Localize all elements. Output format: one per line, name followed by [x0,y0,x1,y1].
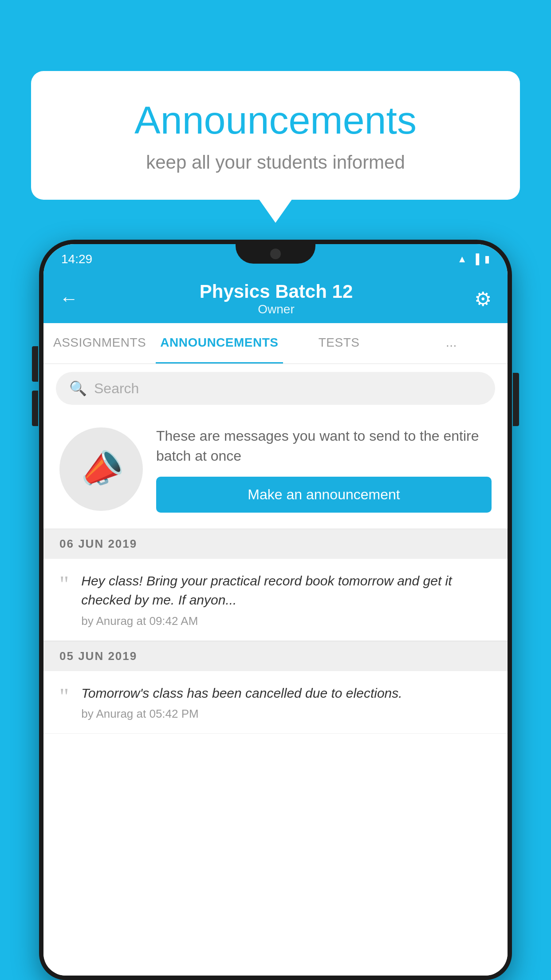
date-header-05jun: 05 JUN 2019 [43,641,508,671]
side-button-power [513,373,519,426]
phone-mockup: 14:29 ▲ ▐ ▮ ← Physics Batch 12 Owner ⚙ A… [39,240,512,980]
side-button-vol-down [32,391,38,426]
app-header: ← Physics Batch 12 Owner ⚙ [43,274,508,323]
quote-icon-2: " [59,685,69,721]
batch-role: Owner [200,302,353,316]
search-bar[interactable]: 🔍 Search [56,372,495,405]
promo-description: These are messages you want to send to t… [156,426,492,466]
promo-content: These are messages you want to send to t… [156,426,492,513]
search-icon: 🔍 [69,380,87,397]
announcement-content-2: Tomorrow's class has been cancelled due … [81,684,492,721]
batch-title: Physics Batch 12 [200,281,353,302]
announcement-author-1: by Anurag at 09:42 AM [81,614,492,628]
bubble-subtitle: keep all your students informed [58,152,493,173]
promo-card: 📣 These are messages you want to send to… [43,413,508,529]
tab-more[interactable]: ... [395,323,508,364]
search-container: 🔍 Search [43,364,508,413]
status-icons: ▲ ▐ ▮ [457,253,490,265]
battery-icon: ▮ [484,253,490,265]
announcement-item-1[interactable]: " Hey class! Bring your practical record… [43,559,508,641]
announcements-list: 06 JUN 2019 " Hey class! Bring your prac… [43,529,508,958]
back-button[interactable]: ← [59,288,78,309]
tab-announcements[interactable]: ANNOUNCEMENTS [156,323,283,364]
announcement-author-2: by Anurag at 05:42 PM [81,707,492,721]
wifi-icon: ▲ [457,253,467,265]
phone-screen: 14:29 ▲ ▐ ▮ ← Physics Batch 12 Owner ⚙ A… [43,244,508,976]
megaphone-icon: 📣 [75,443,128,495]
signal-icon: ▐ [472,253,479,265]
promo-icon-circle: 📣 [59,427,143,511]
status-bar: 14:29 ▲ ▐ ▮ [43,244,508,274]
speech-bubble-container: Announcements keep all your students inf… [31,71,520,200]
phone-notch [236,244,315,264]
make-announcement-button[interactable]: Make an announcement [156,477,492,513]
quote-icon-1: " [59,573,69,628]
announcement-content-1: Hey class! Bring your practical record b… [81,571,492,628]
header-title-group: Physics Batch 12 Owner [200,281,353,316]
front-camera [270,249,281,259]
announcement-text-2: Tomorrow's class has been cancelled due … [81,684,492,703]
bubble-title: Announcements [58,98,493,143]
announcement-text-1: Hey class! Bring your practical record b… [81,571,492,610]
phone-bottom-bar [43,958,508,976]
announcement-item-2[interactable]: " Tomorrow's class has been cancelled du… [43,671,508,734]
tab-assignments[interactable]: ASSIGNMENTS [43,323,156,364]
tabs-bar: ASSIGNMENTS ANNOUNCEMENTS TESTS ... [43,323,508,364]
tab-tests[interactable]: TESTS [283,323,395,364]
date-header-06jun: 06 JUN 2019 [43,529,508,559]
status-time: 14:29 [61,252,92,266]
side-button-vol-up [32,346,38,382]
settings-icon[interactable]: ⚙ [474,288,492,310]
speech-bubble: Announcements keep all your students inf… [31,71,520,200]
search-placeholder: Search [94,380,139,397]
